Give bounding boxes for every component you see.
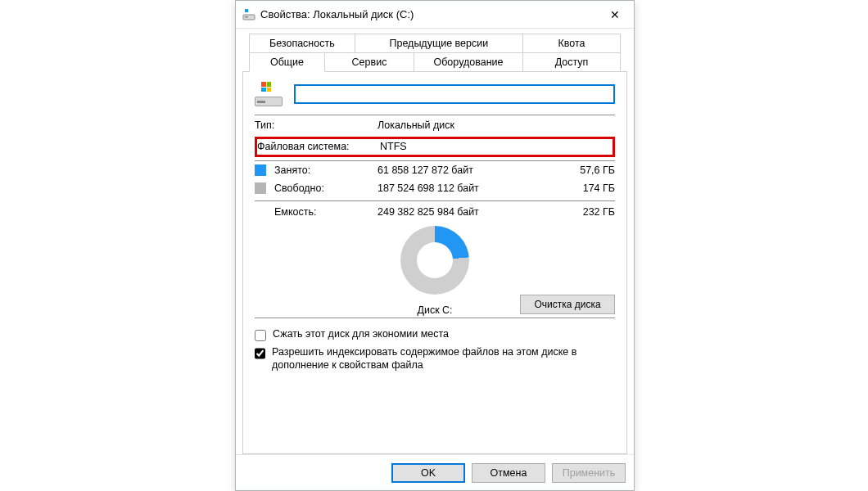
tab-hardware[interactable]: Оборудование	[414, 52, 523, 72]
ok-button[interactable]: OK	[391, 463, 465, 483]
capacity-label: Емкость:	[255, 206, 377, 218]
used-bytes: 61 858 127 872 байт	[377, 164, 558, 176]
free-row: Свободно: 187 524 698 112 байт 174 ГБ	[255, 179, 615, 197]
tab-quota[interactable]: Квота	[522, 34, 621, 53]
usage-donut-chart	[400, 226, 469, 295]
free-label: Свободно:	[274, 182, 377, 194]
window-title: Свойства: Локальный диск (C:)	[260, 8, 596, 20]
tab-general[interactable]: Общие	[249, 52, 325, 72]
compress-checkbox[interactable]	[255, 330, 266, 341]
used-label: Занято:	[274, 164, 377, 176]
tab-sharing[interactable]: Доступ	[522, 52, 621, 72]
disk-cleanup-button[interactable]: Очистка диска	[520, 295, 615, 314]
usage-chart-label: Диск C:	[417, 304, 452, 316]
svg-rect-1	[245, 16, 248, 18]
tabstrip: Безопасность Предыдущие версии Квота Общ…	[242, 29, 627, 72]
type-row: Тип: Локальный диск	[255, 115, 615, 135]
type-value: Локальный диск	[377, 119, 615, 131]
dialog-footer: OK Отмена Применить	[236, 454, 634, 490]
compress-option[interactable]: Сжать этот диск для экономии места	[255, 328, 615, 341]
close-button[interactable]: ✕	[596, 1, 634, 29]
filesystem-highlight: Файловая система: NTFS	[255, 137, 615, 157]
dialog-body: Безопасность Предыдущие версии Квота Общ…	[236, 29, 634, 454]
usage-chart-area: Диск C: Очистка диска	[255, 226, 615, 316]
free-bytes: 187 524 698 112 байт	[377, 182, 558, 194]
properties-dialog: Свойства: Локальный диск (C:) ✕ Безопасн…	[235, 0, 635, 491]
capacity-bytes: 249 382 825 984 байт	[377, 206, 558, 218]
compress-label: Сжать этот диск для экономии места	[273, 328, 449, 341]
cancel-button[interactable]: Отмена	[472, 463, 545, 483]
used-row: Занято: 61 858 127 872 байт 57,6 ГБ	[255, 161, 615, 179]
drive-label-input[interactable]	[294, 84, 615, 104]
index-checkbox[interactable]	[255, 348, 265, 359]
apply-button[interactable]: Применить	[552, 463, 626, 483]
index-option[interactable]: Разрешить индексировать содержимое файло…	[255, 346, 615, 372]
capacity-row: Емкость: 249 382 825 984 байт 232 ГБ	[255, 201, 615, 221]
fs-value: NTFS	[380, 141, 610, 152]
tab-previous-versions[interactable]: Предыдущие версии	[355, 34, 523, 53]
fs-label: Файловая система:	[257, 141, 380, 152]
tab-general-page: Тип: Локальный диск Файловая система: NT…	[242, 71, 627, 454]
drive-icon	[242, 8, 255, 21]
used-hr: 57,6 ГБ	[558, 164, 615, 176]
titlebar: Свойства: Локальный диск (C:) ✕	[236, 1, 634, 29]
drive-large-icon	[255, 82, 283, 106]
free-swatch	[255, 182, 266, 194]
type-label: Тип:	[255, 119, 377, 131]
free-hr: 174 ГБ	[558, 182, 615, 194]
index-label: Разрешить индексировать содержимое файло…	[272, 346, 615, 372]
tab-tools[interactable]: Сервис	[324, 52, 414, 72]
svg-rect-2	[245, 9, 248, 12]
tab-security[interactable]: Безопасность	[249, 34, 355, 53]
capacity-hr: 232 ГБ	[558, 206, 615, 218]
used-swatch	[255, 164, 266, 176]
